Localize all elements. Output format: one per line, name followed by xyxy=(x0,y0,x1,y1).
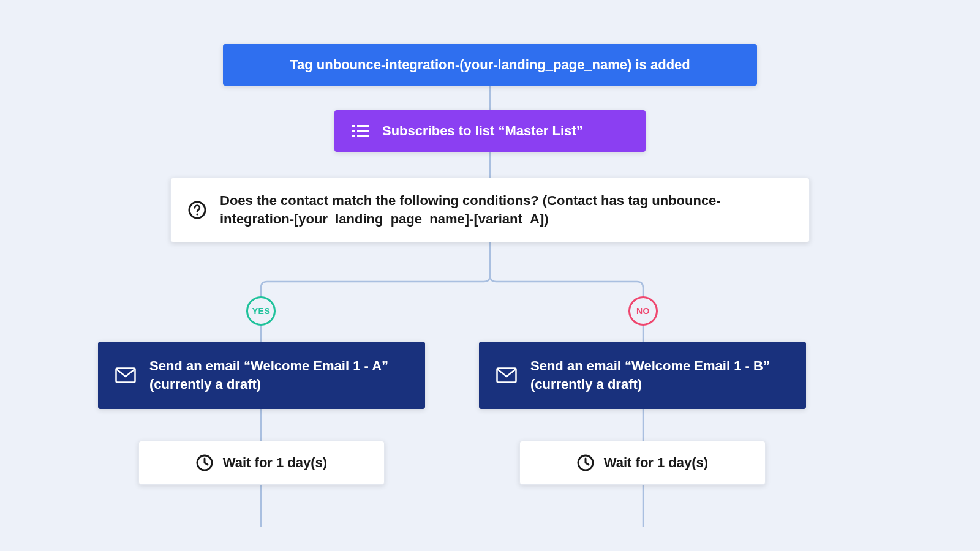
subscribe-label: Subscribes to list “Master List” xyxy=(382,122,583,140)
svg-rect-14 xyxy=(357,135,369,137)
svg-rect-12 xyxy=(357,125,369,127)
trigger-node[interactable]: Tag unbounce-integration-(your-landing_p… xyxy=(223,44,757,86)
send-email-a-node[interactable]: Send an email “Welcome Email 1 - A” (cur… xyxy=(98,342,425,409)
wait-a-label: Wait for 1 day(s) xyxy=(223,454,327,472)
trigger-label: Tag unbounce-integration-(your-landing_p… xyxy=(290,56,690,74)
yes-badge-label: YES xyxy=(252,306,271,316)
svg-rect-11 xyxy=(352,135,355,137)
svg-rect-10 xyxy=(352,130,355,132)
list-icon xyxy=(352,124,369,138)
svg-rect-13 xyxy=(357,130,369,132)
condition-label: Does the contact match the following con… xyxy=(220,192,783,228)
svg-rect-9 xyxy=(352,125,355,127)
svg-point-16 xyxy=(196,213,198,215)
clock-icon xyxy=(577,454,594,471)
no-badge: NO xyxy=(628,296,658,326)
send-email-b-node[interactable]: Send an email “Welcome Email 1 - B” (cur… xyxy=(479,342,806,409)
send-email-a-label: Send an email “Welcome Email 1 - A” (cur… xyxy=(149,357,408,393)
send-email-b-label: Send an email “Welcome Email 1 - B” (cur… xyxy=(530,357,789,393)
question-icon xyxy=(188,201,206,219)
yes-badge: YES xyxy=(246,296,276,326)
condition-node[interactable]: Does the contact match the following con… xyxy=(170,178,810,242)
subscribe-to-list-node[interactable]: Subscribes to list “Master List” xyxy=(334,110,646,152)
envelope-icon xyxy=(496,367,517,383)
clock-icon xyxy=(196,454,213,471)
envelope-icon xyxy=(115,367,136,383)
wait-a-node[interactable]: Wait for 1 day(s) xyxy=(138,441,385,485)
no-badge-label: NO xyxy=(636,306,650,316)
wait-b-node[interactable]: Wait for 1 day(s) xyxy=(519,441,766,485)
wait-b-label: Wait for 1 day(s) xyxy=(604,454,708,472)
